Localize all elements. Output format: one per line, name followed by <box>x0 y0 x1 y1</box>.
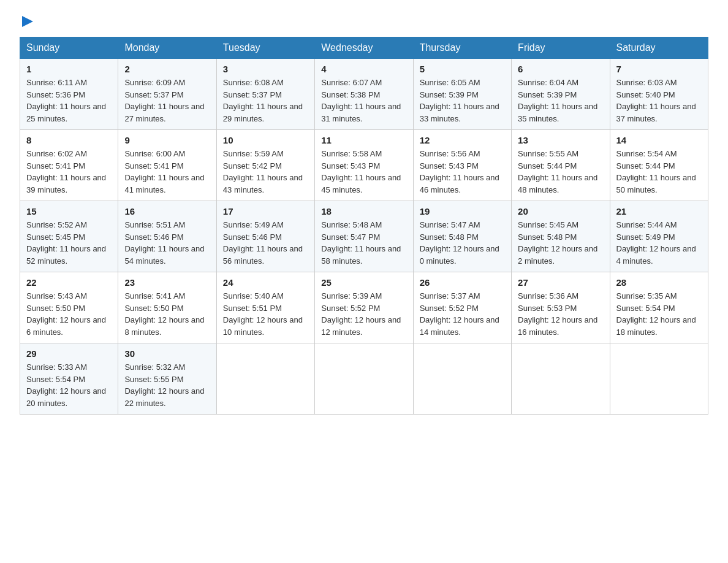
cell-info: Sunrise: 5:37 AMSunset: 5:52 PMDaylight:… <box>420 291 499 337</box>
day-header-monday: Monday <box>118 37 216 59</box>
calendar-cell: 26 Sunrise: 5:37 AMSunset: 5:52 PMDaylig… <box>413 272 511 343</box>
cell-day-number: 19 <box>420 206 505 216</box>
calendar-cell: 14 Sunrise: 5:54 AMSunset: 5:44 PMDaylig… <box>610 130 708 201</box>
cell-info: Sunrise: 5:59 AMSunset: 5:42 PMDaylight:… <box>223 149 303 194</box>
cell-day-number: 22 <box>26 277 112 288</box>
calendar-header-row: SundayMondayTuesdayWednesdayThursdayFrid… <box>20 37 708 59</box>
cell-info: Sunrise: 5:55 AMSunset: 5:44 PMDaylight:… <box>518 149 597 194</box>
calendar-week-row: 22 Sunrise: 5:43 AMSunset: 5:50 PMDaylig… <box>20 272 708 343</box>
cell-day-number: 3 <box>223 64 308 74</box>
calendar-cell: 23 Sunrise: 5:41 AMSunset: 5:50 PMDaylig… <box>118 272 216 343</box>
cell-day-number: 25 <box>321 277 406 288</box>
calendar-cell: 12 Sunrise: 5:56 AMSunset: 5:43 PMDaylig… <box>413 130 511 201</box>
cell-info: Sunrise: 5:52 AMSunset: 5:45 PMDaylight:… <box>26 220 106 266</box>
calendar-cell <box>315 343 413 415</box>
cell-day-number: 10 <box>223 135 308 145</box>
calendar-cell: 7 Sunrise: 6:03 AMSunset: 5:40 PMDayligh… <box>610 59 708 130</box>
cell-day-number: 16 <box>124 206 210 216</box>
day-header-friday: Friday <box>512 37 610 59</box>
cell-info: Sunrise: 5:43 AMSunset: 5:50 PMDaylight:… <box>26 291 106 337</box>
cell-day-number: 1 <box>26 64 112 74</box>
calendar-cell: 28 Sunrise: 5:35 AMSunset: 5:54 PMDaylig… <box>610 272 708 343</box>
cell-info: Sunrise: 5:48 AMSunset: 5:47 PMDaylight:… <box>321 220 401 266</box>
calendar-cell: 1 Sunrise: 6:11 AMSunset: 5:36 PMDayligh… <box>20 59 118 130</box>
calendar-cell: 4 Sunrise: 6:07 AMSunset: 5:38 PMDayligh… <box>315 59 413 130</box>
svg-marker-0 <box>22 16 33 27</box>
cell-info: Sunrise: 5:49 AMSunset: 5:46 PMDaylight:… <box>223 220 303 266</box>
calendar-cell: 22 Sunrise: 5:43 AMSunset: 5:50 PMDaylig… <box>20 272 118 343</box>
cell-day-number: 11 <box>321 135 406 145</box>
cell-day-number: 26 <box>420 277 505 288</box>
cell-day-number: 5 <box>420 64 505 74</box>
cell-day-number: 23 <box>124 277 210 288</box>
calendar-cell: 24 Sunrise: 5:40 AMSunset: 5:51 PMDaylig… <box>216 272 314 343</box>
calendar-cell: 29 Sunrise: 5:33 AMSunset: 5:54 PMDaylig… <box>20 343 118 415</box>
calendar-cell <box>216 343 314 415</box>
cell-day-number: 29 <box>26 348 112 359</box>
calendar-cell: 2 Sunrise: 6:09 AMSunset: 5:37 PMDayligh… <box>118 59 216 130</box>
cell-info: Sunrise: 5:45 AMSunset: 5:48 PMDaylight:… <box>518 220 597 266</box>
cell-day-number: 20 <box>518 206 603 216</box>
cell-day-number: 15 <box>26 206 112 216</box>
cell-day-number: 2 <box>124 64 210 74</box>
calendar-cell: 9 Sunrise: 6:00 AMSunset: 5:41 PMDayligh… <box>118 130 216 201</box>
calendar-cell: 5 Sunrise: 6:05 AMSunset: 5:39 PMDayligh… <box>413 59 511 130</box>
calendar-cell: 11 Sunrise: 5:58 AMSunset: 5:43 PMDaylig… <box>315 130 413 201</box>
calendar-cell <box>413 343 511 415</box>
logo-triangle-icon <box>22 16 33 27</box>
calendar-week-row: 1 Sunrise: 6:11 AMSunset: 5:36 PMDayligh… <box>20 59 708 130</box>
calendar-cell: 19 Sunrise: 5:47 AMSunset: 5:48 PMDaylig… <box>413 201 511 272</box>
cell-day-number: 6 <box>518 64 603 74</box>
calendar-cell: 25 Sunrise: 5:39 AMSunset: 5:52 PMDaylig… <box>315 272 413 343</box>
cell-day-number: 7 <box>616 64 702 74</box>
logo <box>20 15 33 29</box>
calendar-week-row: 29 Sunrise: 5:33 AMSunset: 5:54 PMDaylig… <box>20 343 708 415</box>
cell-info: Sunrise: 6:09 AMSunset: 5:37 PMDaylight:… <box>124 78 204 123</box>
cell-day-number: 9 <box>124 135 210 145</box>
calendar-cell: 30 Sunrise: 5:32 AMSunset: 5:55 PMDaylig… <box>118 343 216 415</box>
day-header-wednesday: Wednesday <box>315 37 413 59</box>
cell-info: Sunrise: 5:47 AMSunset: 5:48 PMDaylight:… <box>420 220 499 266</box>
calendar-cell: 6 Sunrise: 6:04 AMSunset: 5:39 PMDayligh… <box>512 59 610 130</box>
cell-day-number: 28 <box>616 277 702 288</box>
cell-day-number: 27 <box>518 277 603 288</box>
cell-info: Sunrise: 6:05 AMSunset: 5:39 PMDaylight:… <box>420 78 499 123</box>
cell-info: Sunrise: 5:40 AMSunset: 5:51 PMDaylight:… <box>223 291 303 337</box>
calendar-cell: 8 Sunrise: 6:02 AMSunset: 5:41 PMDayligh… <box>20 130 118 201</box>
cell-day-number: 12 <box>420 135 505 145</box>
day-header-thursday: Thursday <box>413 37 511 59</box>
cell-info: Sunrise: 6:04 AMSunset: 5:39 PMDaylight:… <box>518 78 597 123</box>
cell-day-number: 30 <box>124 348 210 359</box>
cell-info: Sunrise: 5:51 AMSunset: 5:46 PMDaylight:… <box>124 220 204 266</box>
cell-info: Sunrise: 6:02 AMSunset: 5:41 PMDaylight:… <box>26 149 106 194</box>
calendar-cell: 17 Sunrise: 5:49 AMSunset: 5:46 PMDaylig… <box>216 201 314 272</box>
cell-info: Sunrise: 6:11 AMSunset: 5:36 PMDaylight:… <box>26 78 106 123</box>
cell-day-number: 8 <box>26 135 112 145</box>
cell-day-number: 21 <box>616 206 702 216</box>
cell-info: Sunrise: 5:39 AMSunset: 5:52 PMDaylight:… <box>321 291 401 337</box>
calendar-cell: 18 Sunrise: 5:48 AMSunset: 5:47 PMDaylig… <box>315 201 413 272</box>
calendar-cell: 27 Sunrise: 5:36 AMSunset: 5:53 PMDaylig… <box>512 272 610 343</box>
cell-day-number: 24 <box>223 277 308 288</box>
cell-day-number: 4 <box>321 64 406 74</box>
cell-day-number: 14 <box>616 135 702 145</box>
cell-info: Sunrise: 5:54 AMSunset: 5:44 PMDaylight:… <box>616 149 696 194</box>
calendar-cell: 16 Sunrise: 5:51 AMSunset: 5:46 PMDaylig… <box>118 201 216 272</box>
calendar-cell: 10 Sunrise: 5:59 AMSunset: 5:42 PMDaylig… <box>216 130 314 201</box>
cell-info: Sunrise: 5:36 AMSunset: 5:53 PMDaylight:… <box>518 291 597 337</box>
cell-info: Sunrise: 5:32 AMSunset: 5:55 PMDaylight:… <box>124 362 204 408</box>
cell-info: Sunrise: 5:58 AMSunset: 5:43 PMDaylight:… <box>321 149 401 194</box>
cell-info: Sunrise: 6:07 AMSunset: 5:38 PMDaylight:… <box>321 78 401 123</box>
calendar-cell <box>610 343 708 415</box>
calendar-cell: 20 Sunrise: 5:45 AMSunset: 5:48 PMDaylig… <box>512 201 610 272</box>
cell-info: Sunrise: 5:33 AMSunset: 5:54 PMDaylight:… <box>26 362 106 408</box>
cell-info: Sunrise: 6:08 AMSunset: 5:37 PMDaylight:… <box>223 78 303 123</box>
day-header-saturday: Saturday <box>610 37 708 59</box>
cell-info: Sunrise: 5:44 AMSunset: 5:49 PMDaylight:… <box>616 220 696 266</box>
cell-day-number: 13 <box>518 135 603 145</box>
cell-day-number: 17 <box>223 206 308 216</box>
calendar-week-row: 8 Sunrise: 6:02 AMSunset: 5:41 PMDayligh… <box>20 130 708 201</box>
calendar-cell <box>512 343 610 415</box>
calendar-cell: 13 Sunrise: 5:55 AMSunset: 5:44 PMDaylig… <box>512 130 610 201</box>
cell-info: Sunrise: 5:35 AMSunset: 5:54 PMDaylight:… <box>616 291 696 337</box>
